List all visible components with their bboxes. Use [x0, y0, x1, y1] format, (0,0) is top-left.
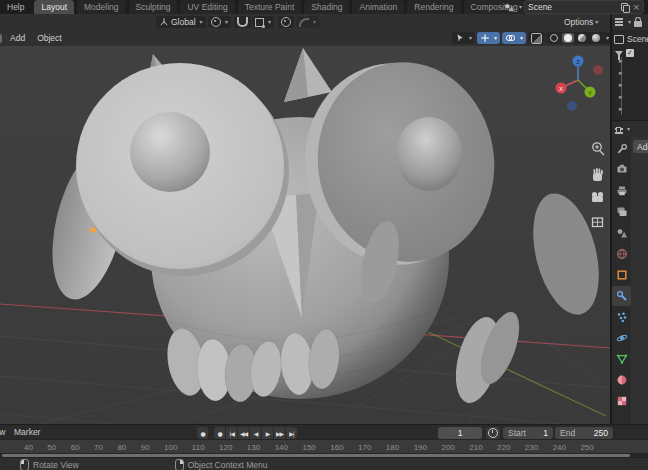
shading-rendered-button[interactable] [590, 33, 602, 43]
physics-icon [616, 332, 628, 344]
properties-tab-texture[interactable] [612, 391, 631, 411]
chevron-down-icon[interactable]: ▾ [494, 35, 497, 41]
jump-to-end-button[interactable]: ▶| [286, 427, 297, 439]
3d-viewport[interactable]: X Z Y [0, 46, 610, 424]
collection-checkbox[interactable]: ✓ [626, 49, 634, 57]
gizmo-icon [480, 33, 490, 43]
snap-with-dropdown[interactable]: ▾ [252, 16, 274, 28]
properties-tab-physics[interactable] [612, 328, 631, 348]
properties-content [631, 137, 648, 424]
menu-add[interactable]: Add [4, 30, 31, 46]
outliner-item-expand-icon[interactable]: ▸ [619, 58, 623, 65]
properties-tab-render[interactable] [612, 160, 631, 180]
current-frame-field[interactable]: 1 [438, 427, 482, 439]
tab-animation[interactable]: Animation [352, 0, 404, 14]
outliner-item-expand-icon[interactable]: ▸ [619, 106, 623, 113]
scene-icon[interactable] [504, 2, 515, 13]
axis-z-label: Z [576, 59, 580, 65]
prev-keyframe-button[interactable]: ◀◀ [238, 427, 249, 439]
properties-tab-view-layer[interactable] [612, 202, 631, 222]
chevron-down-icon[interactable]: ▾ [628, 19, 631, 25]
outliner-collection-row[interactable]: ✓ [615, 47, 634, 59]
outliner-item-expand-icon[interactable]: ▸ [619, 70, 623, 77]
shading-wireframe-button[interactable] [548, 33, 560, 43]
properties-tab-data[interactable] [612, 349, 631, 369]
scene-browse-chevron-icon[interactable]: ▾ [519, 4, 522, 10]
properties-tab-object[interactable] [612, 265, 631, 285]
tab-rendering[interactable]: Rendering [407, 0, 460, 14]
proportional-falloff-dropdown[interactable]: ▾ [296, 16, 319, 28]
proportional-editing-toggle[interactable] [278, 16, 294, 28]
play-button[interactable]: ▶ [262, 427, 273, 439]
chevron-down-icon[interactable]: ▾ [627, 126, 630, 132]
help-menu[interactable]: Help [0, 0, 30, 14]
jump-to-start-button[interactable]: |◀ [226, 427, 237, 439]
camera-view-button[interactable] [592, 192, 603, 202]
perspective-grid-button[interactable] [593, 218, 603, 227]
auto-keying-button[interactable]: ● [197, 427, 208, 439]
timeline-marker-menu[interactable]: Marker [14, 427, 40, 437]
preview-range-button[interactable] [486, 427, 500, 439]
chevron-down-icon[interactable]: ▾ [606, 35, 609, 41]
tab-modeling[interactable]: Modeling [77, 0, 126, 14]
new-scene-icon[interactable] [621, 3, 629, 12]
outliner-scene-collection-row[interactable]: Scene Collection [614, 33, 648, 45]
unlink-scene-icon[interactable]: × [632, 3, 640, 12]
next-keyframe-button[interactable]: ▶▶ [274, 427, 285, 439]
outliner-item-expand-icon[interactable]: ▸ [619, 82, 623, 89]
snap-target-icon [255, 18, 264, 27]
add-modifier-button[interactable]: Add Modifier [633, 140, 648, 153]
show-overlays-toggle[interactable]: ▾ [502, 32, 526, 44]
show-gizmo-toggle[interactable]: ▾ [477, 32, 500, 44]
world-icon [616, 248, 628, 260]
overlays-icon [505, 33, 516, 43]
frame-start-field[interactable]: Start 1 [503, 427, 553, 439]
tab-uv-editing[interactable]: UV Editing [180, 0, 234, 14]
xray-toggle[interactable] [528, 32, 545, 44]
viewport-side-buttons [592, 143, 604, 227]
tab-shading[interactable]: Shading [304, 0, 349, 14]
scene-widget: ▾ Scene × [504, 1, 644, 13]
owl-model[interactable] [40, 48, 610, 408]
properties-tab-tool[interactable] [612, 139, 631, 159]
zoom-button[interactable] [593, 143, 604, 155]
lock-icon[interactable] [634, 21, 642, 27]
editor-type-icon[interactable] [615, 128, 623, 130]
scene-name-field[interactable]: Scene × [524, 0, 644, 14]
properties-tab-output[interactable] [612, 181, 631, 201]
display-mode-icon[interactable] [615, 21, 623, 23]
options-dropdown[interactable]: Options ▾ [564, 16, 598, 28]
pan-hand-button[interactable] [593, 168, 603, 181]
owl-right-wing [522, 187, 610, 322]
properties-tab-modifiers[interactable] [612, 286, 631, 306]
scene-name-value: Scene [528, 2, 618, 12]
pivot-point-dropdown[interactable]: ▾ [208, 16, 231, 28]
tab-sculpting[interactable]: Sculpting [129, 0, 178, 14]
tab-layout[interactable]: Layout [34, 0, 74, 14]
shading-mode-switch: ▾ [546, 32, 611, 44]
chevron-down-icon[interactable]: ▾ [520, 35, 523, 41]
outliner-item-expand-icon[interactable]: ▸ [619, 94, 623, 101]
properties-tab-scene[interactable] [612, 223, 631, 243]
frame-end-field[interactable]: End 250 [555, 427, 613, 439]
frame-numbers: 4050607080901001101201301401501601701801… [24, 443, 594, 452]
tab-texture-paint[interactable]: Texture Paint [238, 0, 302, 14]
properties-tab-material[interactable] [612, 370, 631, 390]
view-object-types-dropdown[interactable]: ▾ [452, 32, 475, 44]
3d-viewport-canvas[interactable]: X Z Y [0, 46, 610, 424]
y-axis-line [428, 332, 606, 416]
properties-tab-particles[interactable] [612, 307, 631, 327]
chevron-down-icon: ▾ [595, 19, 598, 25]
properties-tab-world[interactable] [612, 244, 631, 264]
timeline-ruler[interactable]: 4050607080901001101201301401501601701801… [0, 439, 648, 454]
menu-object[interactable]: Object [31, 30, 68, 46]
transform-orientation-dropdown[interactable]: Global ▾ [156, 16, 206, 28]
snap-toggle[interactable] [234, 16, 251, 28]
filter-funnel-icon [615, 51, 623, 56]
auto-keying-button[interactable]: ● [214, 427, 225, 439]
timeline-view-menu[interactable]: View [0, 427, 5, 437]
play-reverse-button[interactable]: ◀ [250, 427, 261, 439]
navigation-gizmo[interactable]: X Z Y [556, 56, 604, 112]
shading-solid-button[interactable] [562, 33, 574, 43]
shading-material-button[interactable] [576, 33, 588, 43]
